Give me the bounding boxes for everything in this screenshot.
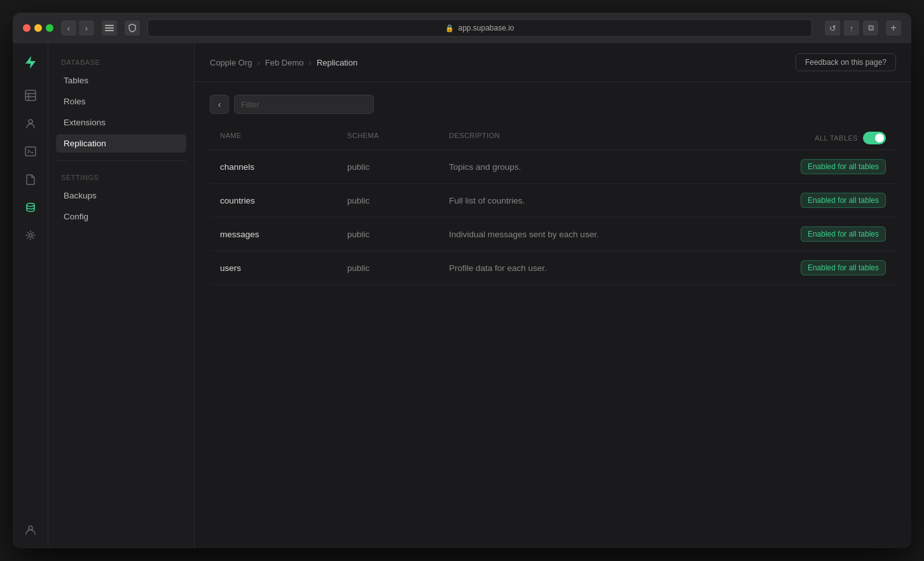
- row-description: Profile data for each user.: [449, 263, 746, 273]
- table-header: Name Schema Description All Tables: [210, 127, 896, 150]
- svg-rect-1: [105, 27, 114, 29]
- svg-point-7: [29, 120, 32, 123]
- url-text: app.supabase.io: [458, 24, 514, 32]
- back-nav-button[interactable]: ‹: [61, 20, 76, 36]
- row-status: Enabled for all tables: [746, 226, 886, 242]
- filter-bar: ‹: [210, 95, 896, 114]
- table-row: messages public Individual messages sent…: [210, 218, 896, 251]
- table-row: channels public Topics and groups. Enabl…: [210, 150, 896, 184]
- row-schema: public: [347, 230, 449, 239]
- breadcrumb-org: Copple Org: [210, 58, 252, 67]
- col-header-name: Name: [220, 132, 347, 144]
- all-tables-toggle[interactable]: [863, 132, 886, 144]
- row-name: messages: [220, 230, 347, 239]
- shield-icon: [125, 20, 140, 36]
- svg-point-12: [29, 526, 32, 530]
- row-name: users: [220, 263, 347, 273]
- table-row: users public Profile data for each user.…: [210, 251, 896, 285]
- content-area: Copple Org › Feb Demo › Replication Feed…: [195, 43, 911, 548]
- breadcrumb-current: Replication: [317, 58, 357, 67]
- col-header-schema: Schema: [347, 132, 449, 144]
- sidebar-item-extensions[interactable]: Extensions: [56, 113, 186, 132]
- sidebar-icon-settings[interactable]: [19, 224, 42, 247]
- row-schema: public: [347, 196, 449, 205]
- svg-rect-0: [105, 25, 114, 26]
- breadcrumb-project: Feb Demo: [265, 58, 304, 67]
- sidebar-item-replication[interactable]: Replication: [56, 134, 186, 153]
- icon-sidebar-bottom: [19, 518, 42, 541]
- row-status: Enabled for all tables: [746, 159, 886, 174]
- close-button[interactable]: [23, 24, 31, 32]
- url-bar[interactable]: 🔒 app.supabase.io: [148, 19, 812, 37]
- status-badge[interactable]: Enabled for all tables: [801, 193, 886, 208]
- row-name: countries: [220, 196, 347, 205]
- svg-point-10: [27, 204, 34, 207]
- status-badge[interactable]: Enabled for all tables: [801, 226, 886, 242]
- svg-point-11: [29, 234, 32, 237]
- sidebar-icon-terminal[interactable]: [19, 140, 42, 163]
- sidebar-icon-document[interactable]: [19, 168, 42, 191]
- icon-sidebar-top: [19, 84, 42, 513]
- traffic-lights: [23, 24, 53, 32]
- col-header-description: Description: [449, 132, 746, 144]
- lock-icon: 🔒: [445, 24, 454, 32]
- nav-sidebar: Database Tables Roles Extensions Replica…: [48, 43, 195, 548]
- reload-button[interactable]: ↺: [825, 20, 840, 36]
- filter-back-button[interactable]: ‹: [210, 95, 229, 114]
- all-tables-label: All Tables: [815, 134, 858, 142]
- new-tab-button[interactable]: +: [886, 20, 901, 36]
- sidebar-item-backups[interactable]: Backups: [56, 186, 186, 205]
- section-label-settings: Settings: [56, 169, 186, 184]
- nav-divider: [56, 160, 186, 161]
- row-description: Topics and groups.: [449, 162, 746, 172]
- svg-rect-8: [25, 147, 36, 156]
- app-logo[interactable]: [19, 51, 42, 74]
- breadcrumb-sep-2: ›: [309, 58, 312, 67]
- table-row: countries public Full list of countries.…: [210, 184, 896, 218]
- row-description: Full list of countries.: [449, 196, 746, 205]
- svg-rect-2: [105, 30, 114, 31]
- col-header-all-tables: All Tables: [746, 132, 886, 144]
- share-button[interactable]: ↑: [844, 20, 859, 36]
- svg-rect-3: [25, 90, 36, 100]
- sidebar-icon-profile[interactable]: [19, 518, 42, 541]
- maximize-button[interactable]: [46, 24, 53, 32]
- titlebar: ‹ › 🔒 app.supabase.io ↺ ↑ ⧉ +: [13, 13, 911, 43]
- status-badge[interactable]: Enabled for all tables: [801, 159, 886, 174]
- sidebar-icon-users[interactable]: [19, 112, 42, 135]
- sidebar-icon-table[interactable]: [19, 84, 42, 107]
- content-header: Copple Org › Feb Demo › Replication Feed…: [195, 43, 911, 82]
- filter-input[interactable]: [234, 95, 374, 114]
- tab-manager-button[interactable]: ⧉: [863, 20, 878, 36]
- section-label-database: Database: [56, 53, 186, 69]
- breadcrumb: Copple Org › Feb Demo › Replication: [210, 58, 357, 67]
- minimize-button[interactable]: [34, 24, 42, 32]
- sidebar-icon-database[interactable]: [19, 196, 42, 219]
- row-schema: public: [347, 263, 449, 273]
- url-bar-actions: ↺ ↑ ⧉: [825, 20, 878, 36]
- forward-nav-button[interactable]: ›: [79, 20, 94, 36]
- sidebar-item-config[interactable]: Config: [56, 207, 186, 226]
- breadcrumb-sep-1: ›: [257, 58, 259, 67]
- row-status: Enabled for all tables: [746, 260, 886, 275]
- sidebar-toggle-button[interactable]: [102, 20, 117, 36]
- icon-sidebar: [13, 43, 48, 548]
- nav-buttons: ‹ ›: [61, 20, 94, 36]
- sidebar-item-roles[interactable]: Roles: [56, 92, 186, 111]
- row-schema: public: [347, 162, 449, 172]
- row-description: Individual messages sent by each user.: [449, 230, 746, 239]
- sidebar-item-tables[interactable]: Tables: [56, 71, 186, 90]
- feedback-button[interactable]: Feedback on this page?: [796, 53, 896, 71]
- content-body: ‹ Name Schema Description All Tables: [195, 82, 911, 548]
- replication-table: Name Schema Description All Tables chann…: [210, 127, 896, 285]
- row-name: channels: [220, 162, 347, 172]
- status-badge[interactable]: Enabled for all tables: [801, 260, 886, 275]
- row-status: Enabled for all tables: [746, 193, 886, 208]
